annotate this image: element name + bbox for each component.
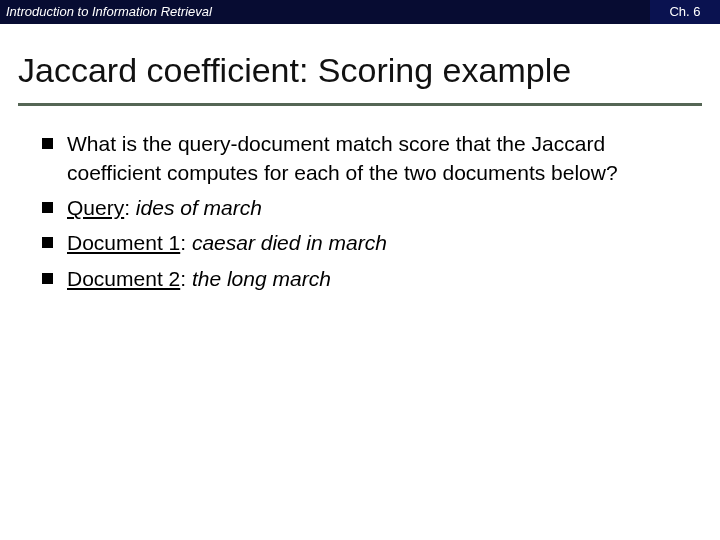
bullet-text: Document 2: the long march bbox=[67, 265, 331, 293]
bullet-value: caesar died in march bbox=[192, 231, 387, 254]
bullet-sep: : bbox=[180, 267, 192, 290]
bullet-item: Document 2: the long march bbox=[42, 265, 690, 293]
square-bullet-icon bbox=[42, 202, 53, 213]
bullet-sep: : bbox=[180, 231, 192, 254]
bullet-item: Query: ides of march bbox=[42, 194, 690, 222]
slide-body: What is the query-document match score t… bbox=[0, 106, 720, 293]
bullet-text: Document 1: caesar died in march bbox=[67, 229, 387, 257]
bullet-text: What is the query-document match score t… bbox=[67, 130, 690, 187]
bullet-label: Query bbox=[67, 196, 124, 219]
title-container: Jaccard coefficient: Scoring example bbox=[0, 24, 720, 97]
slide-title: Jaccard coefficient: Scoring example bbox=[18, 52, 702, 89]
square-bullet-icon bbox=[42, 273, 53, 284]
course-title: Introduction to Information Retrieval bbox=[0, 0, 650, 24]
bullet-label: Document 1 bbox=[67, 231, 180, 254]
square-bullet-icon bbox=[42, 138, 53, 149]
bullet-text: Query: ides of march bbox=[67, 194, 262, 222]
bullet-value: the long march bbox=[192, 267, 331, 290]
bullet-value: ides of march bbox=[136, 196, 262, 219]
bullet-label: Document 2 bbox=[67, 267, 180, 290]
chapter-label: Ch. 6 bbox=[650, 0, 720, 24]
slide-header: Introduction to Information Retrieval Ch… bbox=[0, 0, 720, 24]
square-bullet-icon bbox=[42, 237, 53, 248]
bullet-item: What is the query-document match score t… bbox=[42, 130, 690, 187]
bullet-item: Document 1: caesar died in march bbox=[42, 229, 690, 257]
bullet-sep: : bbox=[124, 196, 136, 219]
